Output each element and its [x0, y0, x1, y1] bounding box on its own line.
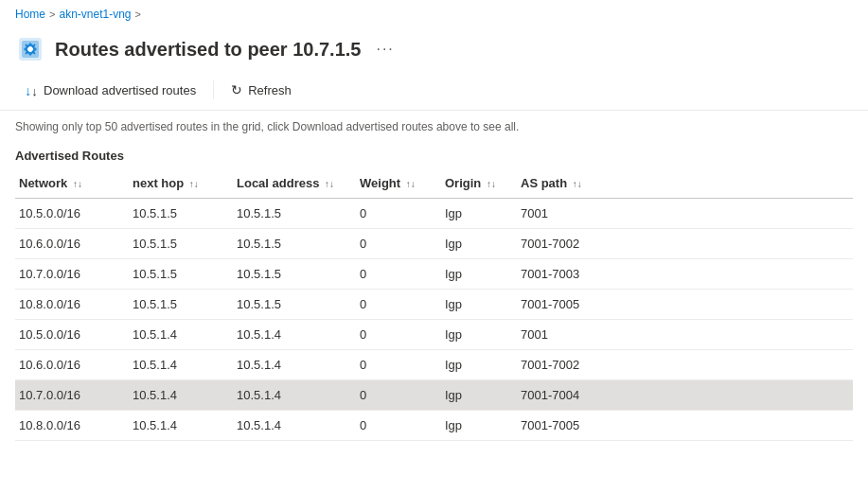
refresh-icon: ↻	[231, 82, 242, 97]
download-icon: ↓	[25, 83, 38, 97]
cell-weight: 0	[356, 320, 441, 350]
breadcrumb: Home > akn-vnet1-vng >	[0, 0, 868, 28]
col-header-local[interactable]: Local address ↑↓	[233, 168, 356, 199]
cell-aspath: 7001	[517, 320, 853, 350]
breadcrumb-sep1: >	[49, 9, 55, 20]
cell-network: 10.7.0.0/16	[15, 380, 129, 411]
cell-aspath: 7001-7002	[517, 350, 853, 380]
cell-network: 10.7.0.0/16	[15, 259, 129, 290]
cell-aspath: 7001-7003	[517, 259, 853, 290]
col-header-network[interactable]: Network ↑↓	[15, 168, 129, 199]
cell-aspath: 7001-7004	[517, 380, 853, 411]
vng-icon	[15, 34, 45, 64]
cell-network: 10.6.0.0/16	[15, 350, 129, 380]
cell-nexthop: 10.5.1.5	[129, 259, 233, 290]
cell-nexthop: 10.5.1.4	[129, 380, 233, 411]
col-header-nexthop[interactable]: next hop ↑↓	[129, 168, 233, 199]
cell-origin: Igp	[441, 290, 517, 320]
cell-origin: Igp	[441, 229, 517, 259]
sort-icon-aspath: ↑↓	[573, 179, 582, 189]
toolbar: ↓ Download advertised routes ↻ Refresh	[0, 74, 868, 111]
cell-nexthop: 10.5.1.4	[129, 350, 233, 380]
col-header-aspath[interactable]: AS path ↑↓	[517, 168, 853, 199]
table-header-row: Network ↑↓ next hop ↑↓ Local address ↑↓ …	[15, 168, 853, 199]
cell-aspath: 7001-7005	[517, 411, 853, 441]
cell-weight: 0	[356, 259, 441, 290]
download-label: Download advertised routes	[44, 83, 196, 97]
table-row[interactable]: 10.6.0.0/1610.5.1.510.5.1.50Igp7001-7002	[15, 229, 853, 259]
table-row[interactable]: 10.8.0.0/1610.5.1.410.5.1.40Igp7001-7005	[15, 411, 853, 441]
cell-aspath: 7001-7005	[517, 290, 853, 320]
cell-network: 10.5.0.0/16	[15, 320, 129, 350]
cell-weight: 0	[356, 350, 441, 380]
table-row[interactable]: 10.5.0.0/1610.5.1.410.5.1.40Igp7001	[15, 320, 853, 350]
cell-network: 10.6.0.0/16	[15, 229, 129, 259]
col-header-origin[interactable]: Origin ↑↓	[441, 168, 517, 199]
cell-local: 10.5.1.4	[233, 380, 356, 411]
cell-origin: Igp	[441, 350, 517, 380]
cell-local: 10.5.1.5	[233, 199, 356, 229]
cell-local: 10.5.1.5	[233, 259, 356, 290]
cell-aspath: 7001-7002	[517, 229, 853, 259]
cell-origin: Igp	[441, 259, 517, 290]
cell-local: 10.5.1.4	[233, 320, 356, 350]
cell-nexthop: 10.5.1.4	[129, 411, 233, 441]
info-text: Showing only top 50 advertised routes in…	[0, 111, 868, 137]
cell-origin: Igp	[441, 320, 517, 350]
table-row[interactable]: 10.6.0.0/1610.5.1.410.5.1.40Igp7001-7002	[15, 350, 853, 380]
table-row[interactable]: 10.5.0.0/1610.5.1.510.5.1.50Igp7001	[15, 199, 853, 229]
cell-weight: 0	[356, 199, 441, 229]
cell-network: 10.8.0.0/16	[15, 411, 129, 441]
toolbar-divider	[213, 80, 214, 99]
table-row[interactable]: 10.7.0.0/1610.5.1.410.5.1.40Igp7001-7004	[15, 380, 853, 411]
cell-nexthop: 10.5.1.5	[129, 229, 233, 259]
sort-icon-nexthop: ↑↓	[189, 179, 199, 189]
table-row[interactable]: 10.8.0.0/1610.5.1.510.5.1.50Igp7001-7005	[15, 290, 853, 320]
sort-icon-local: ↑↓	[325, 179, 334, 189]
refresh-button[interactable]: ↻ Refresh	[221, 78, 301, 102]
cell-weight: 0	[356, 411, 441, 441]
cell-local: 10.5.1.5	[233, 290, 356, 320]
breadcrumb-parent[interactable]: akn-vnet1-vng	[59, 8, 131, 21]
cell-aspath: 7001	[517, 199, 853, 229]
page-title: Routes advertised to peer 10.7.1.5	[55, 39, 361, 61]
cell-weight: 0	[356, 290, 441, 320]
cell-local: 10.5.1.5	[233, 229, 356, 259]
sort-icon-weight: ↑↓	[406, 179, 416, 189]
breadcrumb-home[interactable]: Home	[15, 8, 45, 21]
cell-network: 10.8.0.0/16	[15, 290, 129, 320]
cell-origin: Igp	[441, 380, 517, 411]
download-advertised-routes-button[interactable]: ↓ Download advertised routes	[15, 79, 205, 102]
table-row[interactable]: 10.7.0.0/1610.5.1.510.5.1.50Igp7001-7003	[15, 259, 853, 290]
cell-nexthop: 10.5.1.5	[129, 290, 233, 320]
cell-weight: 0	[356, 380, 441, 411]
cell-origin: Igp	[441, 411, 517, 441]
page-header: Routes advertised to peer 10.7.1.5 ···	[0, 28, 868, 74]
refresh-label: Refresh	[248, 83, 292, 97]
col-header-weight[interactable]: Weight ↑↓	[356, 168, 441, 199]
cell-local: 10.5.1.4	[233, 411, 356, 441]
routes-table: Network ↑↓ next hop ↑↓ Local address ↑↓ …	[15, 168, 853, 441]
cell-network: 10.5.0.0/16	[15, 199, 129, 229]
sort-icon-network: ↑↓	[73, 179, 82, 189]
sort-icon-origin: ↑↓	[487, 179, 496, 189]
more-options-button[interactable]: ···	[370, 39, 399, 60]
cell-nexthop: 10.5.1.5	[129, 199, 233, 229]
section-label: Advertised Routes	[0, 137, 868, 168]
breadcrumb-sep2: >	[135, 9, 141, 20]
cell-nexthop: 10.5.1.4	[129, 320, 233, 350]
cell-local: 10.5.1.4	[233, 350, 356, 380]
table-wrap: Network ↑↓ next hop ↑↓ Local address ↑↓ …	[0, 168, 868, 441]
cell-weight: 0	[356, 229, 441, 259]
cell-origin: Igp	[441, 199, 517, 229]
